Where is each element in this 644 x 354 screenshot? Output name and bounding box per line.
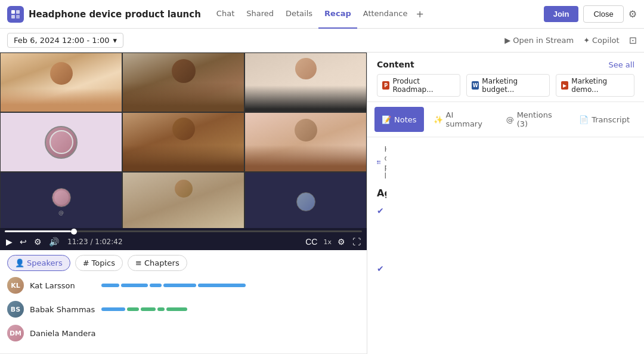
speaker-name-kat: Kat Larsson bbox=[30, 281, 95, 290]
progress-bar[interactable] bbox=[5, 230, 362, 232]
meeting-title: Headphone device product launch bbox=[29, 9, 201, 20]
video-cell-2 bbox=[122, 53, 244, 112]
bar bbox=[101, 307, 125, 311]
speaker-tabs: 👤 Speakers # Topics ≡ Chapters bbox=[7, 255, 360, 271]
more-options-icon[interactable]: ⊡ bbox=[629, 35, 637, 46]
video-controls: ▶ ↩ ⚙ 🔊 11:23 / 1:02:42 CC 1x ⚙ ⛶ bbox=[0, 228, 367, 250]
nav-tabs: Chat Shared Details Recap Attendance + bbox=[210, 0, 539, 29]
ai-icon: ✨ bbox=[434, 115, 443, 124]
speaker-section: 👤 Speakers # Topics ≡ Chapters KL Kat La… bbox=[0, 250, 367, 354]
speaker-avatar-daniela: DM bbox=[7, 325, 24, 341]
rewind-button[interactable]: ↩ bbox=[18, 236, 28, 248]
tab-attendance[interactable]: Attendance bbox=[357, 0, 414, 29]
join-button[interactable]: Join bbox=[544, 6, 579, 22]
notes-icon: 📝 bbox=[382, 115, 391, 124]
tab-speakers[interactable]: 👤 Speakers bbox=[7, 255, 70, 271]
bar bbox=[101, 284, 119, 287]
svg-rect-3 bbox=[16, 15, 20, 19]
gear-button[interactable]: ⚙ bbox=[336, 236, 346, 248]
controls-row: ▶ ↩ ⚙ 🔊 11:23 / 1:02:42 CC 1x ⚙ ⛶ bbox=[5, 236, 362, 248]
speaker-bars-kat bbox=[101, 284, 360, 287]
video-cell-8 bbox=[122, 172, 244, 228]
tab-transcript[interactable]: 📄 Transcript bbox=[572, 107, 637, 132]
fullscreen-button[interactable]: ⛶ bbox=[351, 236, 362, 248]
word-icon: W bbox=[472, 81, 479, 90]
see-all-button[interactable]: See all bbox=[608, 60, 634, 69]
svg-rect-1 bbox=[16, 10, 20, 14]
speaker-item-daniela: DM Daniela Mandera bbox=[7, 325, 360, 341]
main-content: @ ▶ ↩ ⚙ 🔊 11:23 / 1: bbox=[0, 53, 644, 354]
ppt-icon: P bbox=[382, 81, 389, 90]
content-files: P Product Roadmap... W Marketing budget.… bbox=[377, 74, 634, 97]
settings-video-button[interactable]: ⚙ bbox=[33, 236, 43, 248]
chapters-icon: ≡ bbox=[135, 258, 142, 267]
app-logo bbox=[7, 6, 24, 23]
date-selector[interactable]: Feb 6, 2024 12:00 - 1:00 ▾ bbox=[7, 33, 123, 48]
chevron-down-icon: ▾ bbox=[113, 36, 117, 45]
captions-button[interactable]: CC bbox=[304, 236, 318, 248]
check-icon-2: ✔ bbox=[377, 263, 384, 275]
bar bbox=[121, 284, 148, 287]
bar bbox=[166, 307, 187, 311]
speed-label[interactable]: 1x bbox=[323, 238, 332, 246]
sub-header: Feb 6, 2024 12:00 - 1:00 ▾ ▶ Open in Str… bbox=[0, 29, 644, 53]
file-item-1[interactable]: P Product Roadmap... bbox=[377, 74, 460, 97]
bar bbox=[163, 284, 196, 287]
tab-topics[interactable]: # Topics bbox=[75, 255, 123, 271]
bar bbox=[150, 284, 162, 287]
topics-icon: # bbox=[83, 258, 89, 267]
bar bbox=[127, 307, 139, 311]
volume-button[interactable]: 🔊 bbox=[48, 236, 60, 248]
app-header: Headphone device product launch Chat Sha… bbox=[0, 0, 644, 29]
header-actions: Join Close ⚙ bbox=[544, 5, 637, 23]
sub-header-right: ▶ Open in Stream ✦ Copilot ⊡ bbox=[504, 35, 637, 46]
open-in-stream-button[interactable]: ▶ Open in Stream bbox=[504, 36, 574, 45]
settings-icon[interactable]: ⚙ bbox=[628, 8, 637, 20]
right-panel: Content See all P Product Roadmap... W M… bbox=[367, 53, 644, 354]
tab-chapters[interactable]: ≡ Chapters bbox=[128, 255, 187, 271]
add-tab-button[interactable]: + bbox=[413, 8, 426, 20]
speaker-name-babak: Babak Shammas bbox=[30, 305, 95, 314]
stream-icon: ▶ bbox=[504, 36, 510, 45]
video-grid: @ bbox=[0, 53, 367, 228]
video-time: 11:23 / 1:02:42 bbox=[67, 238, 123, 246]
svg-rect-7 bbox=[379, 162, 380, 164]
tab-ai-summary[interactable]: ✨ AI summary bbox=[426, 107, 497, 132]
notes-content: Headphone device product launch ⊞ ⎘ 👥 🔗 … bbox=[367, 137, 386, 354]
tab-notes[interactable]: 📝 Notes bbox=[374, 107, 424, 132]
speaker-name-daniela: Daniela Mandera bbox=[30, 329, 96, 338]
speaker-avatar-babak: BS bbox=[7, 301, 24, 318]
file-item-2[interactable]: W Marketing budget... bbox=[466, 74, 550, 97]
speaker-item-babak: BS Babak Shammas bbox=[7, 301, 360, 318]
bar bbox=[198, 284, 246, 287]
date-range-text: Feb 6, 2024 12:00 - 1:00 bbox=[14, 36, 110, 45]
tab-chat[interactable]: Chat bbox=[210, 0, 240, 29]
copilot-icon: ✦ bbox=[583, 36, 590, 45]
video-cell-7: @ bbox=[0, 172, 122, 228]
copilot-button[interactable]: ✦ Copilot bbox=[583, 36, 619, 45]
transcript-icon: 📄 bbox=[579, 115, 589, 124]
bar bbox=[157, 307, 165, 311]
progress-fill bbox=[5, 230, 71, 232]
file-item-3[interactable]: ▶ Marketing demo... bbox=[556, 74, 634, 97]
tab-details[interactable]: Details bbox=[280, 0, 318, 29]
video-cell-6 bbox=[244, 112, 367, 172]
video-cell-3 bbox=[244, 53, 367, 112]
speaker-item-kat: KL Kat Larsson bbox=[7, 277, 360, 294]
meeting-name-row: Headphone device product launch bbox=[377, 144, 386, 180]
close-button[interactable]: Close bbox=[583, 5, 623, 23]
left-panel: @ ▶ ↩ ⚙ 🔊 11:23 / 1: bbox=[0, 53, 367, 354]
play-button[interactable]: ▶ bbox=[5, 236, 14, 248]
tab-mentions[interactable]: @ Mentions (3) bbox=[499, 107, 570, 132]
video-icon: ▶ bbox=[561, 81, 568, 90]
mentions-icon: @ bbox=[506, 115, 514, 124]
tab-shared[interactable]: Shared bbox=[240, 0, 280, 29]
content-header: Content See all P Product Roadmap... W M… bbox=[367, 53, 644, 102]
video-cell-5 bbox=[122, 112, 244, 172]
video-cell-4 bbox=[0, 112, 122, 172]
speaker-bars-babak bbox=[101, 307, 360, 311]
notes-tabs: 📝 Notes ✨ AI summary @ Mentions (3) 📄 Tr… bbox=[367, 102, 644, 137]
meeting-logo-small bbox=[377, 158, 380, 167]
tab-recap[interactable]: Recap bbox=[318, 0, 357, 29]
svg-rect-2 bbox=[11, 15, 15, 19]
